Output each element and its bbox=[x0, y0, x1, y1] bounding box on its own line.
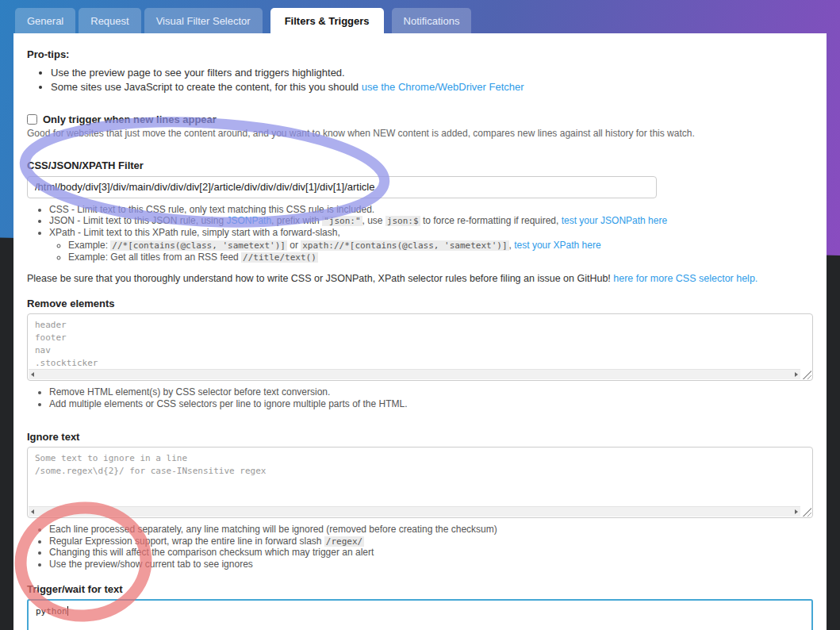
chrome-webdriver-fetcher-link[interactable]: use the Chrome/WebDriver Fetcher bbox=[362, 81, 524, 93]
pro-tips-list: Use the preview page to see your filters… bbox=[27, 66, 813, 95]
list-item: Use the preview/show current tab to see … bbox=[49, 559, 813, 570]
only-new-lines-checkbox[interactable] bbox=[27, 114, 37, 125]
json-dollar-code: json:$ bbox=[385, 216, 420, 226]
trigger-text-label: Trigger/wait for text bbox=[27, 583, 813, 595]
ignore-text-placeholder: Some text to ignore in a line /some.rege… bbox=[28, 448, 812, 505]
regex-code: /regex/ bbox=[324, 536, 364, 547]
list-item: Add multiple elements or CSS selectors p… bbox=[49, 399, 813, 410]
remove-elements-placeholder: header footer nav .stockticker bbox=[28, 314, 812, 368]
xpath-example-code: //*[contains(@class, 'sametext')] bbox=[110, 240, 287, 251]
list-item: Remove HTML element(s) by CSS selector b… bbox=[49, 387, 813, 398]
list-item: Changing this will affect the comparison… bbox=[49, 547, 813, 559]
remove-elements-textarea[interactable]: header footer nav .stockticker bbox=[27, 313, 813, 381]
jsonpath-link[interactable]: JSONPath bbox=[226, 215, 271, 226]
list-item: Each line processed separately, any line… bbox=[49, 524, 813, 536]
horizontal-scrollbar[interactable] bbox=[29, 369, 800, 379]
tab-request[interactable]: Request bbox=[79, 8, 140, 33]
rss-title-code: //title/text() bbox=[241, 252, 318, 263]
only-new-lines-help: Good for websites that just move the con… bbox=[27, 128, 813, 139]
list-item: Regular Expression support, wrap the ent… bbox=[49, 536, 813, 547]
tab-bar: General Request Visual Filter Selector F… bbox=[15, 8, 471, 33]
list-item: CSS - Limit text to this CSS rule, only … bbox=[49, 205, 813, 216]
trigger-text-value: python bbox=[36, 606, 67, 617]
tab-general[interactable]: General bbox=[15, 8, 75, 33]
scroll-right-icon[interactable] bbox=[795, 509, 798, 514]
test-jsonpath-link[interactable]: test your JSONPath here bbox=[562, 215, 667, 226]
scroll-left-icon[interactable] bbox=[31, 509, 34, 514]
horizontal-scrollbar[interactable] bbox=[29, 506, 800, 517]
list-item: Example: Get all titles from an RSS feed… bbox=[68, 252, 813, 263]
ignore-text-label: Ignore text bbox=[27, 431, 813, 443]
list-item: JSON - Limit text to this JSON rule, usi… bbox=[49, 216, 813, 227]
tab-visual-filter-selector[interactable]: Visual Filter Selector bbox=[144, 8, 263, 33]
scroll-right-icon[interactable] bbox=[795, 372, 798, 377]
tab-notifications[interactable]: Notifications bbox=[392, 8, 472, 33]
xpath-example-code-2: xpath://*[contains(@class, 'sametext')] bbox=[301, 240, 508, 251]
filters-triggers-panel: Pro-tips: Use the preview page to see yo… bbox=[13, 33, 827, 630]
list-item: Example: //*[contains(@class, 'sametext'… bbox=[68, 240, 813, 252]
tab-filters-triggers[interactable]: Filters & Triggers bbox=[270, 8, 384, 33]
resize-grip-icon[interactable] bbox=[802, 507, 811, 517]
only-new-lines-label: Only trigger when new lines appear bbox=[43, 113, 217, 125]
list-item: XPath - Limit text to this XPath rule, s… bbox=[49, 228, 813, 264]
github-note: Please be sure that you thoroughly under… bbox=[27, 273, 813, 284]
remove-elements-notes: Remove HTML element(s) by CSS selector b… bbox=[27, 387, 813, 409]
css-selector-help-link[interactable]: here for more CSS selector help. bbox=[613, 273, 758, 284]
ignore-text-notes: Each line processed separately, any line… bbox=[27, 524, 813, 570]
ignore-text-textarea[interactable]: Some text to ignore in a line /some.rege… bbox=[27, 447, 813, 518]
remove-elements-label: Remove elements bbox=[27, 298, 813, 309]
css-filter-label: CSS/JSON/XPATH Filter bbox=[27, 159, 813, 171]
resize-grip-icon[interactable] bbox=[802, 370, 811, 379]
css-filter-notes: CSS - Limit text to this CSS rule, only … bbox=[27, 205, 813, 264]
pro-tips-title: Pro-tips: bbox=[27, 48, 813, 60]
xpath-examples: Example: //*[contains(@class, 'sametext'… bbox=[49, 240, 813, 263]
json-prefix-code: "json:" bbox=[322, 216, 362, 226]
list-item: Some sites use JavaScript to create the … bbox=[51, 80, 813, 94]
text-cursor bbox=[67, 606, 68, 616]
list-item: Use the preview page to see your filters… bbox=[51, 66, 813, 80]
trigger-text-textarea[interactable]: python bbox=[27, 599, 813, 630]
test-xpath-link[interactable]: test your XPath here bbox=[514, 240, 600, 251]
scroll-left-icon[interactable] bbox=[31, 372, 34, 377]
css-filter-input[interactable] bbox=[27, 176, 657, 198]
